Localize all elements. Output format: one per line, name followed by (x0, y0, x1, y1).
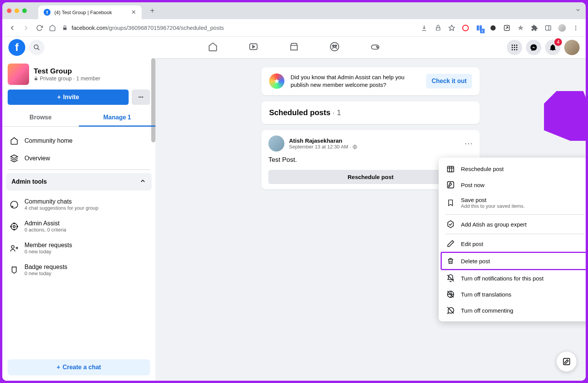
menu-icon[interactable] (572, 24, 580, 32)
more-actions-button[interactable]: ··· (132, 90, 150, 105)
tab-manage[interactable]: Manage1 (79, 109, 155, 126)
browser-toolbar: facebook.com/groups/3609687015967204/sch… (2, 19, 586, 37)
nav-watch-icon[interactable] (248, 42, 258, 53)
nav-groups-icon[interactable] (330, 42, 340, 53)
sidebar-item-badge-requests[interactable]: Badge requests0 new today (8, 259, 150, 281)
share-icon[interactable] (434, 24, 442, 32)
address-bar[interactable]: facebook.com/groups/3609687015967204/sch… (62, 24, 414, 31)
notifications-button[interactable]: 4 (545, 40, 560, 55)
invite-button[interactable]: +Invite (8, 90, 129, 105)
new-tab-button[interactable]: + (150, 7, 155, 15)
admin-assist-banner: Did you know that Admin Assist can help … (261, 67, 480, 95)
close-window-button[interactable] (7, 8, 11, 13)
group-meta: Private group · 1 member (34, 75, 100, 81)
svg-line-43 (552, 99, 580, 127)
svg-point-22 (512, 45, 513, 46)
main-content: Did you know that Admin Assist can help … (155, 58, 586, 381)
svg-point-36 (14, 229, 15, 230)
menu-trans-off[interactable]: Turn off translations (442, 286, 586, 302)
profile-avatar[interactable] (558, 24, 566, 32)
search-button[interactable] (29, 40, 44, 55)
nav-marketplace-icon[interactable] (289, 42, 299, 53)
menu-add-expert[interactable]: Add Atish as group expert (442, 216, 586, 232)
bookmark-star-icon[interactable] (448, 24, 456, 32)
svg-line-13 (38, 48, 39, 50)
right-nav: 4 (507, 40, 580, 55)
install-icon[interactable] (420, 24, 428, 32)
create-chat-button[interactable]: +Create a chat (8, 359, 150, 375)
menu-post-now[interactable]: Post now (442, 177, 586, 193)
nav-home-icon[interactable] (208, 42, 218, 53)
svg-point-17 (333, 45, 334, 47)
menu-delete-post[interactable]: Delete post (441, 252, 586, 270)
svg-rect-3 (477, 25, 479, 31)
minimize-window-button[interactable] (15, 8, 19, 13)
ext-send-icon[interactable] (503, 24, 511, 32)
tabs-overflow-icon[interactable] (575, 7, 581, 15)
post-author-avatar[interactable] (268, 135, 284, 152)
globe-slash-icon (446, 290, 455, 298)
menu-notif-off[interactable]: Turn off notifications for this post (442, 270, 586, 286)
menu-edit-post[interactable]: Edit post (442, 236, 586, 252)
sidebar-item-member-requests[interactable]: Member requests0 new today (8, 237, 150, 259)
sidebar-item-community-chats[interactable]: Community chats4 chat suggestions for yo… (8, 194, 150, 215)
svg-point-16 (330, 42, 339, 51)
scheduled-posts-header: Scheduled posts · 1 (261, 101, 480, 124)
globe-icon (353, 145, 357, 149)
menu-comment-off[interactable]: Turn off commenting (442, 302, 586, 318)
annotation-arrow (544, 91, 586, 141)
forward-button[interactable] (22, 24, 30, 32)
sidebar-item-admin-assist[interactable]: Admin Assist0 actions, 0 criteria (8, 215, 150, 237)
nav-gaming-icon[interactable] (370, 42, 380, 53)
ext-blue-icon[interactable]: 2 (475, 24, 483, 32)
ext-dark-icon[interactable] (489, 24, 497, 32)
menu-reschedule[interactable]: Reschedule post (442, 161, 586, 177)
svg-point-33 (13, 225, 15, 228)
edit-square-icon (446, 181, 455, 189)
group-image[interactable] (8, 64, 29, 85)
account-avatar[interactable] (564, 40, 580, 55)
ext-gray-icon[interactable] (517, 24, 524, 32)
svg-point-34 (11, 223, 18, 230)
sidebar-item-community-home[interactable]: Community home (8, 132, 150, 150)
tab-browse[interactable]: Browse (2, 109, 79, 126)
messenger-button[interactable] (526, 40, 541, 55)
facebook-logo[interactable]: f (8, 39, 25, 56)
compose-fab[interactable] (557, 352, 577, 372)
extension-icons: 2 (420, 24, 580, 32)
svg-point-25 (512, 47, 513, 48)
back-button[interactable] (8, 24, 16, 32)
svg-marker-49 (448, 221, 454, 228)
post-time: September 13 at 12:30 AM · (289, 144, 357, 150)
svg-rect-44 (448, 166, 454, 172)
banner-star-icon (269, 73, 284, 89)
home-button[interactable] (49, 24, 56, 31)
group-header: Test Group Private group · 1 member (8, 64, 150, 85)
sidebar: Test Group Private group · 1 member +Inv… (2, 58, 155, 381)
reload-button[interactable] (36, 24, 43, 31)
sidebar-scrollbar[interactable] (151, 58, 155, 142)
svg-point-29 (514, 49, 515, 50)
center-nav (208, 42, 380, 53)
sidebar-item-overview[interactable]: Overview (8, 150, 150, 167)
admin-tools-header[interactable]: Admin tools (6, 173, 152, 191)
svg-point-37 (10, 226, 11, 227)
window-controls (7, 8, 27, 13)
svg-point-24 (516, 45, 517, 46)
svg-point-39 (11, 245, 14, 248)
ext-opera-icon[interactable] (462, 24, 469, 32)
sidepanel-icon[interactable] (544, 24, 552, 32)
post-more-button[interactable]: ··· (465, 139, 473, 148)
browser-tab[interactable]: f (4) Test Group | Facebook ✕ (38, 5, 142, 19)
calendar-icon (446, 165, 455, 173)
check-it-out-button[interactable]: Check it out (426, 74, 472, 88)
maximize-window-button[interactable] (22, 8, 27, 13)
menu-grid-button[interactable] (507, 40, 522, 55)
extensions-icon[interactable] (531, 24, 538, 32)
post-author-name[interactable]: Atish Rajasekharan (289, 137, 357, 144)
tab-close-icon[interactable]: ✕ (131, 9, 136, 16)
menu-save-post[interactable]: Save postAdd this to your saved items. (442, 193, 586, 213)
svg-point-30 (516, 49, 517, 50)
trash-icon (446, 257, 455, 265)
svg-point-12 (34, 45, 38, 49)
